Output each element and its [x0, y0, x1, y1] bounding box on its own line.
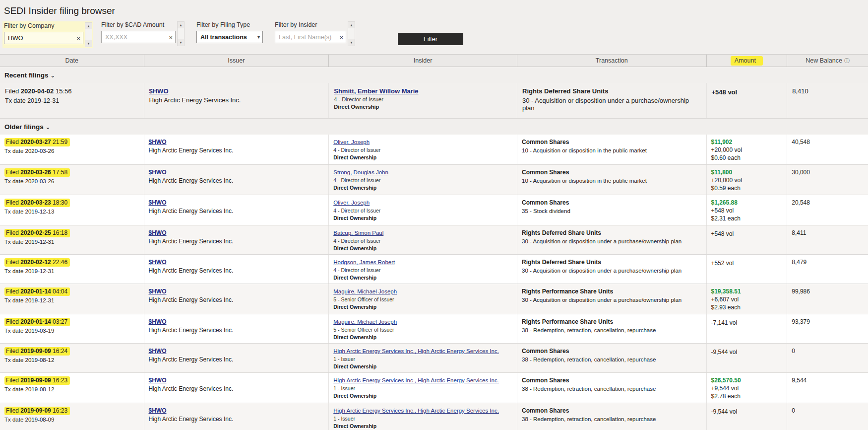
insider-role: 1 - Issuer [333, 356, 512, 362]
amount-value: $19,358.51 [711, 288, 783, 295]
amount-volume: +6,607 vol [711, 296, 783, 303]
amount-cell: +548 vol [707, 225, 788, 254]
issuer-cell: $HWO High Arctic Energy Services Inc. [144, 373, 329, 403]
filing-row: Filed 2019-09-09 16:23 Tx date 2019-08-0… [0, 403, 868, 430]
new-balance-value: 99,986 [792, 288, 864, 295]
filter-submit-button[interactable]: Filter [398, 33, 463, 45]
filed-date-value: 2020-01-14 [20, 318, 51, 325]
insider-role: 4 - Director of Issuer [333, 208, 512, 214]
company-filter-input[interactable] [4, 32, 83, 44]
insider-link[interactable]: Maguire, Michael Joseph [333, 319, 397, 325]
ticker-link[interactable]: $HWO [149, 259, 167, 266]
insider-link[interactable]: High Arctic Energy Services Inc., High A… [333, 408, 499, 414]
insider-link[interactable]: High Arctic Energy Services Inc., High A… [333, 348, 499, 354]
date-cell: Filed 2020-01-14 03:27 Tx date 2019-03-1… [0, 314, 144, 343]
ticker-link[interactable]: $HWO [149, 139, 167, 145]
insider-link[interactable]: High Arctic Energy Services Inc., High A… [333, 377, 499, 383]
insider-cell: High Arctic Energy Services Inc., High A… [329, 373, 517, 403]
insider-link[interactable]: Batcup, Simon Paul [333, 230, 383, 236]
transaction-type: 30 - Acquisition or disposition under a … [522, 268, 702, 274]
clear-amount-icon[interactable]: × [169, 34, 173, 40]
new-balance-cell: 0 [787, 344, 868, 372]
transaction-cell: Common Shares 38 - Redemption, retractio… [517, 403, 707, 430]
transaction-type: 30 - Acquisition or disposition under a … [522, 297, 702, 303]
column-header-insider[interactable]: Insider [329, 55, 517, 67]
ticker-link[interactable]: $HWO [149, 407, 167, 414]
ticker-link[interactable]: $HWO [149, 348, 167, 355]
issuer-cell: $HWO High Arctic Energy Services Inc. [144, 83, 329, 118]
spinner-up-icon[interactable]: ▲ [348, 22, 355, 28]
spinner-down-icon[interactable]: ▼ [85, 40, 92, 47]
amount-volume: -9,544 vol [711, 349, 783, 356]
insider-link[interactable]: Shmitt, Ember Willow Marie [334, 87, 418, 95]
amount-filter-group: Filter by $CAD Amount × ▲▼ [101, 21, 185, 46]
insider-role: 1 - Issuer [333, 385, 512, 391]
filed-time-value: 16:23 [53, 377, 67, 384]
amount-volume: -9,544 vol [711, 408, 783, 415]
new-balance-value: 93,379 [792, 318, 864, 325]
filed-time-value: 21:59 [53, 139, 67, 145]
ticker-link[interactable]: $HWO [149, 199, 167, 206]
spinner-up-icon[interactable]: ▲ [85, 23, 92, 29]
insider-role: 4 - Director of Issuer [333, 267, 512, 273]
insider-link[interactable]: Maguire, Michael Joseph [333, 288, 397, 294]
issuer-name: High Arctic Energy Services Inc. [149, 385, 324, 392]
column-header-date[interactable]: Date [0, 55, 144, 67]
column-header-amount[interactable]: Amount [707, 55, 788, 67]
amount-price-each: $2.93 each [711, 304, 783, 311]
filing-type-filter-label: Filter by Filing Type [196, 21, 263, 28]
ticker-link[interactable]: $HWO [149, 318, 167, 325]
filing-type-select[interactable]: All transactions ▾ [196, 31, 263, 43]
insider-role: 4 - Director of Issuer [333, 147, 512, 153]
issuer-cell: $HWO High Arctic Energy Services Inc. [144, 284, 329, 314]
new-balance-cell: 0 [787, 403, 868, 430]
filed-date: Filed 2019-09-09 16:24 [4, 347, 70, 356]
column-header-issuer[interactable]: Issuer [144, 55, 329, 67]
section-header-recent-filings[interactable]: Recent filings ⌄ [0, 67, 868, 83]
filed-date-value: 2020-02-25 [20, 229, 51, 236]
tx-date-value: 2019-08-12 [25, 386, 55, 392]
transaction-type: 38 - Redemption, retraction, cancellatio… [522, 386, 702, 392]
filing-type-filter-group: Filter by Filing Type All transactions ▾ [196, 21, 263, 43]
caret-down-icon: ⌄ [46, 124, 51, 131]
issuer-name: High Arctic Energy Services Inc. [149, 208, 324, 215]
security-name: Common Shares [522, 377, 702, 384]
amount-cell: $19,358.51 +6,607 vol $2.93 each [707, 284, 788, 314]
insider-link[interactable]: Oliver, Joseph [333, 200, 370, 206]
tx-date-line: Tx date 2019-12-31 [5, 97, 139, 104]
info-icon[interactable]: ⓘ [844, 57, 850, 65]
insider-link[interactable]: Hodgson, James Robert [333, 259, 395, 265]
ticker-link[interactable]: $HWO [149, 169, 167, 176]
tx-date-line: Tx date 2019-12-31 [4, 239, 139, 245]
filing-row: Filed 2020-04-02 15:56 Tx date 2019-12-3… [0, 83, 868, 119]
ticker-link[interactable]: $HWO [149, 377, 167, 384]
insider-filter-spinner[interactable]: ▲▼ [348, 21, 355, 46]
column-header-new-balance[interactable]: New Balanceⓘ [787, 55, 868, 67]
clear-company-icon[interactable]: × [76, 35, 80, 41]
spinner-down-icon[interactable]: ▼ [348, 39, 355, 46]
transaction-cell: Rights Performance Share Units 30 - Acqu… [517, 284, 707, 314]
new-balance-cell: 8,479 [787, 255, 868, 284]
spinner-up-icon[interactable]: ▲ [178, 22, 184, 28]
transaction-type: 35 - Stock dividend [522, 208, 702, 214]
insider-link[interactable]: Oliver, Joseph [333, 139, 370, 145]
amount-filter-spinner[interactable]: ▲▼ [177, 21, 185, 46]
section-header-older-filings[interactable]: Older filings ⌄ [0, 119, 868, 135]
insider-filter-input[interactable] [275, 31, 346, 43]
column-header-transaction[interactable]: Transaction [517, 55, 707, 67]
insider-cell: Maguire, Michael Joseph 5 - Senior Offic… [329, 314, 517, 343]
company-filter-spinner[interactable]: ▲▼ [85, 22, 92, 47]
ticker-link[interactable]: $HWO [149, 229, 167, 236]
ticker-link[interactable]: $HWO [149, 87, 169, 95]
filed-date: Filed 2020-04-02 15:56 [5, 87, 71, 95]
issuer-cell: $HWO High Arctic Energy Services Inc. [144, 225, 329, 254]
amount-filter-input[interactable] [101, 31, 176, 43]
insider-link[interactable]: Strong, Douglas John [333, 169, 388, 175]
clear-insider-icon[interactable]: × [339, 34, 343, 40]
ticker-link[interactable]: $HWO [149, 288, 167, 295]
spinner-down-icon[interactable]: ▼ [178, 39, 184, 46]
date-cell: Filed 2020-02-25 16:18 Tx date 2019-12-3… [0, 225, 144, 254]
insider-role: 4 - Director of Issuer [333, 238, 512, 244]
new-balance-cell: 93,379 [787, 314, 868, 343]
filing-row: Filed 2020-02-25 16:18 Tx date 2019-12-3… [0, 225, 868, 255]
